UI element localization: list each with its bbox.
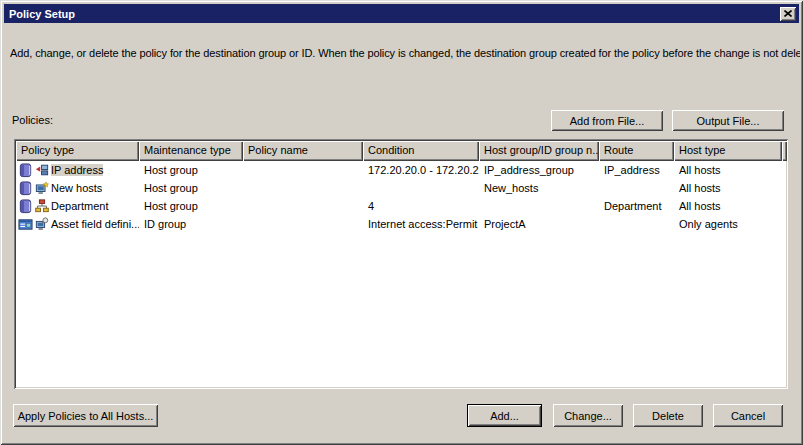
table-row[interactable]: Department Host group 4 Department All h… xyxy=(16,197,786,215)
table-row[interactable]: New hosts Host group New_hosts All hosts xyxy=(16,179,786,197)
row-label: Department xyxy=(51,200,108,212)
notebook-icon xyxy=(18,181,33,196)
cell-condition: 172.20.20.0 - 172.20.2... xyxy=(363,164,479,176)
cell-maintenance-type: Host group xyxy=(139,182,243,194)
column-header-filler xyxy=(782,141,787,161)
list-header: Policy type Maintenance type Policy name… xyxy=(16,141,786,161)
add-button[interactable]: Add... xyxy=(467,404,542,427)
column-header-host-group[interactable]: Host group/ID group n... xyxy=(479,141,599,161)
column-header-policy-type[interactable]: Policy type xyxy=(16,141,139,161)
new-host-computer-icon xyxy=(35,181,49,195)
close-icon xyxy=(784,10,792,17)
ip-network-icon xyxy=(35,163,49,177)
cell-host-group: ProjectA xyxy=(479,218,599,230)
cell-host-group: IP_address_group xyxy=(479,164,599,176)
cancel-button[interactable]: Cancel xyxy=(713,404,783,427)
apply-policies-all-hosts-button[interactable]: Apply Policies to All Hosts... xyxy=(13,404,158,427)
add-from-file-button[interactable]: Add from File... xyxy=(551,110,663,131)
change-button[interactable]: Change... xyxy=(553,404,623,427)
cell-host-type: All hosts xyxy=(674,182,782,194)
close-button[interactable] xyxy=(780,7,796,21)
column-header-policy-name[interactable]: Policy name xyxy=(243,141,363,161)
output-file-button[interactable]: Output File... xyxy=(672,110,784,131)
cell-maintenance-type: Host group xyxy=(139,164,243,176)
column-header-route[interactable]: Route xyxy=(599,141,674,161)
column-header-condition[interactable]: Condition xyxy=(363,141,479,161)
cell-host-group: New_hosts xyxy=(479,182,599,194)
notebook-icon xyxy=(18,199,33,214)
policies-list[interactable]: Policy type Maintenance type Policy name… xyxy=(14,139,788,389)
titlebar[interactable]: Policy Setup xyxy=(4,4,799,23)
row-label: IP address xyxy=(51,164,103,176)
cell-host-type: Only agents xyxy=(674,218,782,230)
cell-condition: Internet access:Permit xyxy=(363,218,479,230)
cell-route: IP_address xyxy=(599,164,674,176)
asset-list-icon xyxy=(18,217,33,232)
table-row[interactable]: Asset field defini... ID group Internet … xyxy=(16,215,786,233)
dialog-instructions: Add, change, or delete the policy for th… xyxy=(10,47,800,59)
table-row[interactable]: IP address Host group 172.20.20.0 - 172.… xyxy=(16,161,786,179)
cell-route: Department xyxy=(599,200,674,212)
cell-maintenance-type: Host group xyxy=(139,200,243,212)
cell-host-type: All hosts xyxy=(674,164,782,176)
row-label: New hosts xyxy=(51,182,102,194)
notebook-icon xyxy=(18,163,33,178)
cell-condition: 4 xyxy=(363,200,479,212)
policy-setup-dialog: Policy Setup Add, change, or delete the … xyxy=(0,0,803,445)
row-label: Asset field defini... xyxy=(51,218,139,230)
delete-button[interactable]: Delete xyxy=(633,404,703,427)
column-header-maintenance-type[interactable]: Maintenance type xyxy=(139,141,243,161)
window-title: Policy Setup xyxy=(9,8,75,20)
cell-host-type: All hosts xyxy=(674,200,782,212)
cell-maintenance-type: ID group xyxy=(139,218,243,230)
department-tree-icon xyxy=(35,199,49,213)
policies-label: Policies: xyxy=(12,114,53,126)
asset-search-computer-icon xyxy=(35,217,49,231)
column-header-host-type[interactable]: Host type xyxy=(674,141,782,161)
